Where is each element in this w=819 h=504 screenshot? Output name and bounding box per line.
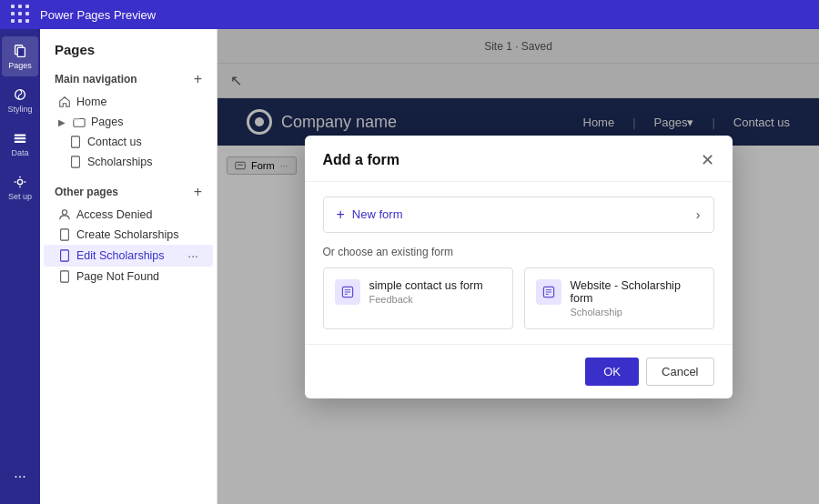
add-form-modal: Add a form ✕ + New form › Or choose an e… [305, 136, 733, 398]
pages-panel-header: Pages [40, 29, 217, 66]
grid-icon [11, 5, 31, 25]
home-icon [58, 96, 71, 108]
new-form-row[interactable]: + New form › [323, 197, 714, 233]
plus-icon: + [337, 207, 345, 223]
form-card-icon-1 [536, 279, 561, 305]
form-cards: simple contact us form Feedback [323, 267, 714, 329]
item-options-dots[interactable]: ··· [187, 248, 198, 263]
styling-icon [12, 86, 28, 103]
page-icon [58, 270, 71, 283]
form-card-0[interactable]: simple contact us form Feedback [323, 267, 513, 329]
main-layout: Pages Styling Data Set up ··· [0, 29, 819, 504]
svg-rect-13 [61, 271, 69, 282]
svg-point-6 [17, 179, 22, 184]
nav-item-page-not-found[interactable]: Page Not Found [44, 267, 213, 287]
ok-button[interactable]: OK [585, 358, 639, 386]
form-card-1[interactable]: Website - Scholarship form Scholarship [524, 267, 714, 329]
page-icon [58, 249, 71, 262]
main-navigation-section: Main navigation + Home ▶ Pages Contact u… [40, 66, 217, 172]
nav-item-scholarships[interactable]: Scholarships [44, 152, 213, 172]
user-icon [58, 208, 71, 221]
folder-icon [73, 116, 86, 128]
expand-icon: ▶ [58, 117, 66, 127]
svg-rect-12 [61, 250, 69, 261]
data-icon [12, 130, 28, 146]
svg-rect-4 [15, 137, 26, 139]
app-title: Power Pages Preview [40, 8, 156, 22]
svg-rect-9 [72, 156, 80, 167]
modal-body: + New form › Or choose an existing form [305, 182, 733, 344]
sidebar-item-more[interactable]: ··· [2, 457, 38, 497]
nav-item-create-scholarships[interactable]: Create Scholarships [44, 225, 213, 245]
svg-rect-3 [15, 135, 26, 136]
modal-title: Add a form [323, 152, 399, 168]
modal-overlay: Add a form ✕ + New form › Or choose an e… [217, 29, 819, 504]
cancel-button[interactable]: Cancel [646, 358, 713, 386]
nav-item-edit-scholarships[interactable]: Edit Scholarships ··· [44, 245, 213, 267]
nav-item-contact-us[interactable]: Contact us [44, 132, 213, 152]
modal-header: Add a form ✕ [305, 136, 733, 182]
add-main-nav-button[interactable]: + [194, 72, 202, 86]
form-card-icon-0 [335, 279, 360, 305]
sidebar-item-setup[interactable]: Set up [2, 167, 38, 207]
form-card-info-0: simple contact us form Feedback [369, 279, 483, 305]
sidebar-item-pages[interactable]: Pages [2, 36, 38, 76]
modal-footer: OK Cancel [305, 344, 733, 398]
nav-item-home[interactable]: Home [44, 92, 213, 112]
nav-item-pages-folder[interactable]: ▶ Pages [44, 112, 213, 132]
other-pages-section: Other pages + Access Denied Create Schol… [40, 179, 217, 287]
svg-rect-8 [72, 136, 80, 147]
setup-icon [12, 174, 28, 190]
page-icon [69, 156, 82, 168]
nav-item-access-denied[interactable]: Access Denied [44, 205, 213, 225]
other-pages-header: Other pages + [40, 179, 217, 205]
page-icon [58, 228, 71, 241]
sidebar-item-styling[interactable]: Styling [2, 80, 38, 120]
svg-rect-11 [61, 229, 69, 240]
pages-panel: Pages Main navigation + Home ▶ Pages Con… [40, 29, 217, 504]
form-list-icon [541, 285, 556, 299]
new-form-left: + New form [337, 207, 403, 223]
svg-rect-1 [17, 47, 25, 56]
form-card-info-1: Website - Scholarship form Scholarship [571, 279, 703, 318]
main-nav-header: Main navigation + [40, 66, 217, 92]
sidebar-item-data[interactable]: Data [2, 124, 38, 164]
icon-sidebar: Pages Styling Data Set up ··· [0, 29, 40, 504]
preview-area: Site 1 · Saved ↖ Company name Home | Pag… [217, 29, 819, 504]
add-other-pages-button[interactable]: + [194, 185, 202, 199]
more-dots-icon: ··· [14, 469, 25, 485]
existing-form-label: Or choose an existing form [323, 246, 714, 258]
top-bar: Power Pages Preview [0, 0, 819, 29]
page-icon [69, 136, 82, 148]
svg-rect-5 [15, 141, 26, 143]
svg-point-10 [62, 210, 66, 215]
chevron-right-icon: › [696, 207, 701, 222]
form-list-icon [340, 285, 355, 299]
modal-close-button[interactable]: ✕ [701, 152, 714, 168]
pages-icon [12, 43, 28, 59]
